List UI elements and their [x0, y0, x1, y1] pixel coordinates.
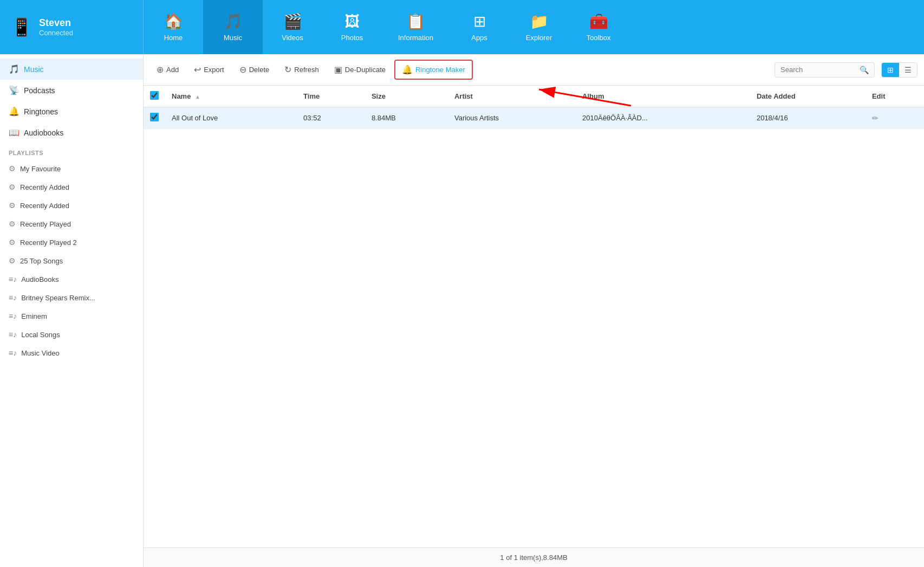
sidebar-item-podcasts[interactable]: 📡 Podcasts — [0, 80, 143, 101]
nav-label-toolbox: Toolbox — [587, 34, 611, 42]
playlist-item-25-top-songs[interactable]: ⚙ 25 Top Songs — [0, 252, 143, 270]
nav-item-music[interactable]: 🎵 Music — [203, 0, 263, 54]
music-list-icon-5: ≡♪ — [9, 349, 17, 357]
header-name[interactable]: Name ▲ — [165, 86, 297, 107]
ringtone-label: Ringtone Maker — [415, 66, 465, 74]
sidebar-music-label: Music — [24, 65, 44, 74]
device-info: 📱 Steven Connected — [0, 0, 144, 54]
top-nav-bar: 📱 Steven Connected 🏠 Home 🎵 Music 🎬 Vide… — [0, 0, 924, 54]
edit-pencil-icon[interactable]: ✏ — [872, 114, 879, 123]
gear-icon-4: ⚙ — [9, 220, 16, 228]
header-artist[interactable]: Artist — [448, 86, 576, 107]
deduplicate-button[interactable]: ▣ De-Duplicate — [328, 61, 392, 79]
nav-item-photos[interactable]: 🖼 Photos — [322, 0, 382, 54]
playlist-label-audiobooks: AudioBooks — [21, 275, 58, 284]
playlist-label-britney-spears: Britney Spears Remix... — [21, 294, 95, 302]
sort-icon-name: ▲ — [195, 94, 200, 100]
refresh-button[interactable]: ↻ Refresh — [278, 61, 326, 79]
nav-items: 🏠 Home 🎵 Music 🎬 Videos 🖼 Photos 📋 Infor… — [144, 0, 924, 54]
search-input[interactable] — [780, 66, 856, 74]
header-size[interactable]: Size — [365, 86, 448, 107]
row-artist: Various Artists — [448, 107, 576, 129]
row-time: 03:52 — [297, 107, 365, 129]
gear-icon-3: ⚙ — [9, 201, 16, 210]
nav-item-explorer[interactable]: 📁 Explorer — [509, 0, 569, 54]
row-checkbox[interactable] — [150, 113, 159, 121]
refresh-icon: ↻ — [284, 65, 291, 75]
sidebar-item-audiobooks[interactable]: 📖 Audiobooks — [0, 122, 143, 143]
list-view-button[interactable]: ☰ — [899, 63, 917, 77]
music-list-icon-1: ≡♪ — [9, 275, 17, 284]
row-edit[interactable]: ✏ — [866, 107, 924, 129]
header-checkbox-col — [144, 86, 165, 107]
podcast-icon: 📡 — [9, 85, 19, 95]
music-list-icon-2: ≡♪ — [9, 293, 17, 302]
header-time-label: Time — [303, 92, 320, 100]
nav-item-videos[interactable]: 🎬 Videos — [263, 0, 322, 54]
information-icon: 📋 — [406, 12, 425, 30]
refresh-label: Refresh — [294, 66, 319, 74]
playlist-item-eminem[interactable]: ≡♪ Eminem — [0, 307, 143, 325]
nav-item-home[interactable]: 🏠 Home — [144, 0, 203, 54]
header-date-added[interactable]: Date Added — [750, 86, 866, 107]
content-area: ⊕ Add ↩ Export ⊖ Delete ↻ Refresh ▣ De — [144, 54, 924, 567]
nav-label-information: Information — [398, 34, 433, 42]
add-label: Add — [166, 66, 179, 74]
header-edit-label: Edit — [872, 92, 886, 100]
device-status: Connected — [39, 29, 73, 37]
header-artist-label: Artist — [454, 92, 473, 100]
sidebar-ringtones-label: Ringtones — [24, 107, 58, 116]
ringtone-icon-btn: 🔔 — [402, 65, 413, 75]
playlist-item-local-songs[interactable]: ≡♪ Local Songs — [0, 325, 143, 344]
playlist-item-recently-added-2[interactable]: ⚙ Recently Added — [0, 196, 143, 215]
gear-icon-5: ⚙ — [9, 238, 16, 247]
photos-icon: 🖼 — [344, 12, 360, 30]
nav-label-home: Home — [164, 34, 183, 42]
toolbar: ⊕ Add ↩ Export ⊖ Delete ↻ Refresh ▣ De — [144, 54, 924, 86]
delete-label: Delete — [249, 66, 270, 74]
playlist-item-my-favourite[interactable]: ⚙ My Favourite — [0, 159, 143, 178]
nav-item-apps[interactable]: ⊞ Apps — [450, 0, 509, 54]
add-button[interactable]: ⊕ Add — [150, 61, 185, 79]
nav-label-explorer: Explorer — [526, 34, 552, 42]
delete-button[interactable]: ⊖ Delete — [233, 61, 276, 79]
explorer-icon: 📁 — [530, 12, 549, 30]
export-icon: ↩ — [194, 65, 201, 75]
playlist-item-audiobooks-pl[interactable]: ≡♪ AudioBooks — [0, 270, 143, 288]
playlist-label-music-video: Music Video — [21, 349, 60, 357]
export-button[interactable]: ↩ Export — [187, 61, 231, 79]
table-header-row: Name ▲ Time Size Artist — [144, 86, 924, 107]
playlist-label-25-top-songs: 25 Top Songs — [20, 257, 63, 265]
row-checkbox-cell — [144, 107, 165, 129]
nav-item-toolbox[interactable]: 🧰 Toolbox — [569, 0, 628, 54]
device-icon: 📱 — [11, 17, 32, 37]
row-name: All Out of Love — [165, 107, 297, 129]
header-time[interactable]: Time — [297, 86, 365, 107]
header-album[interactable]: Album — [576, 86, 750, 107]
playlist-item-recently-played-2[interactable]: ⚙ Recently Played 2 — [0, 233, 143, 252]
status-bar: 1 of 1 item(s),8.84MB — [144, 547, 924, 567]
playlist-label-recently-added-1: Recently Added — [20, 183, 69, 191]
playlist-item-britney-spears[interactable]: ≡♪ Britney Spears Remix... — [0, 288, 143, 307]
playlist-item-music-video[interactable]: ≡♪ Music Video — [0, 344, 143, 362]
gear-icon-1: ⚙ — [9, 164, 16, 173]
gear-icon-6: ⚙ — [9, 256, 16, 265]
select-all-checkbox[interactable] — [150, 91, 159, 100]
device-name: Steven — [39, 17, 73, 29]
sidebar-item-music[interactable]: 🎵 Music — [0, 59, 143, 80]
music-note-icon: 🎵 — [9, 64, 19, 74]
main-layout: 🎵 Music 📡 Podcasts 🔔 Ringtones 📖 Audiobo… — [0, 54, 924, 567]
playlist-label-eminem: Eminem — [21, 312, 47, 320]
nav-item-information[interactable]: 📋 Information — [382, 0, 450, 54]
ringtone-maker-button[interactable]: 🔔 Ringtone Maker — [394, 60, 473, 80]
table-row[interactable]: All Out of Love 03:52 8.84MB Various Art… — [144, 107, 924, 129]
grid-view-button[interactable]: ⊞ — [882, 63, 899, 77]
music-list-icon-3: ≡♪ — [9, 312, 17, 320]
playlist-label-recently-added-2: Recently Added — [20, 202, 69, 210]
playlist-label-recently-played-2: Recently Played 2 — [20, 239, 77, 247]
deduplicate-label: De-Duplicate — [345, 66, 386, 74]
playlist-label-local-songs: Local Songs — [21, 331, 60, 339]
playlist-item-recently-added-1[interactable]: ⚙ Recently Added — [0, 178, 143, 196]
playlist-item-recently-played-1[interactable]: ⚙ Recently Played — [0, 215, 143, 233]
sidebar-item-ringtones[interactable]: 🔔 Ringtones — [0, 101, 143, 122]
